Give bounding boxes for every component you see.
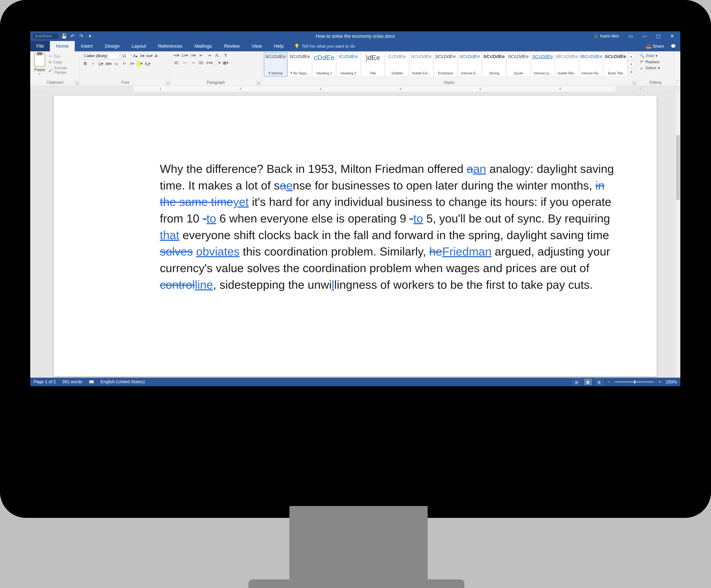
sort-button[interactable]: A↓ (214, 53, 221, 58)
copy-button[interactable]: ⧉Copy (49, 60, 77, 65)
increase-indent-button[interactable]: ⇥ (206, 53, 213, 58)
style-subtle-ref-[interactable]: iBCcDdEeSubtle Ref... (555, 53, 579, 76)
read-mode-button[interactable]: ▤ (573, 379, 580, 385)
numbering-button[interactable]: 1≡▾ (181, 53, 188, 58)
style-intense-q-[interactable]: bCcDdEeIntense Q... (531, 53, 555, 76)
vertical-scrollbar[interactable] (675, 92, 680, 378)
italic-button[interactable]: I (90, 61, 96, 66)
shading-button[interactable]: ▾ (214, 60, 221, 66)
bold-button[interactable]: B (83, 61, 88, 66)
shrink-font-button[interactable]: A▾ (139, 53, 145, 59)
strikethrough-button[interactable]: abc (106, 61, 111, 66)
select-button[interactable]: ⭹Select ▾ (640, 66, 671, 70)
cut-button[interactable]: ✂Cut (49, 54, 77, 59)
web-layout-button[interactable]: ▥ (596, 379, 603, 385)
tab-home[interactable]: Home (50, 41, 75, 51)
document-area[interactable]: Why the difference? Back in 1953, Milton… (30, 92, 680, 378)
tab-file[interactable]: File (30, 41, 50, 51)
tell-me-search[interactable]: 💡 Tell me what you want to do (294, 41, 355, 51)
style-title[interactable]: )dEeTitle (361, 53, 384, 76)
underline-button[interactable]: U▾ (98, 61, 104, 66)
qat-customize-icon[interactable]: ▾ (87, 33, 93, 39)
styles-scroll-down[interactable]: ▾ (628, 61, 634, 68)
style-subtitle[interactable]: CcDdEeSubtitle (385, 53, 409, 76)
styles-launcher[interactable]: ↘ (632, 81, 636, 85)
style--normal[interactable]: bCcDdEe¶ Normal (264, 53, 287, 76)
style-book-title[interactable]: bCcDdEeBook Title (604, 53, 627, 76)
align-left-button[interactable] (173, 60, 180, 66)
spell-check-icon[interactable]: 📖 (89, 379, 94, 385)
format-painter-button[interactable]: 🖌Format Painter (49, 66, 77, 75)
show-marks-button[interactable]: ¶ (222, 53, 229, 58)
zoom-slider-thumb[interactable] (634, 380, 635, 384)
justify-button[interactable] (198, 60, 204, 66)
horizontal-ruler[interactable]: 1234567 (30, 86, 680, 92)
grow-font-button[interactable]: A▴ (133, 53, 138, 59)
style-heading-1[interactable]: cDdEeHeading 1 (313, 53, 336, 76)
tab-insert[interactable]: Insert (75, 41, 99, 51)
user-name[interactable]: Karin Mor (600, 33, 619, 39)
clipboard-launcher[interactable]: ↘ (76, 81, 79, 85)
subscript-button[interactable]: x₂ (114, 61, 119, 66)
find-button[interactable]: 🔍Find ▾ (640, 53, 671, 58)
zoom-slider[interactable] (615, 381, 654, 383)
clear-formatting-button[interactable]: A̷ (153, 53, 159, 59)
zoom-in-button[interactable]: + (658, 380, 662, 385)
change-case-button[interactable]: Aa▾ (147, 53, 152, 59)
superscript-button[interactable]: x² (122, 61, 127, 66)
paste-button[interactable]: Paste ▾ (33, 53, 46, 80)
style--no-spac-[interactable]: bCcDdEe¶ No Spac... (288, 53, 311, 76)
style-intense-re-[interactable]: iBCcDdEeIntense Re... (580, 53, 603, 76)
tab-references[interactable]: References (152, 41, 189, 51)
style-emphasis[interactable]: bCcDdEeEmphasis (434, 53, 457, 76)
tab-layout[interactable]: Layout (126, 41, 152, 51)
collapse-ribbon-icon[interactable]: ˄ (676, 80, 678, 84)
language-status[interactable]: English (United States) (101, 379, 145, 385)
replace-button[interactable]: ᵃ⁄ᵇReplace (640, 60, 671, 64)
highlight-button[interactable]: ▾ (137, 61, 143, 66)
ribbon-display-options-icon[interactable]: ▭ (624, 31, 637, 41)
style-quote[interactable]: bCcDdEeQuote (507, 53, 530, 76)
styles-gallery[interactable]: bCcDdEe¶ NormalbCcDdEe¶ No Spac...cDdEeH… (264, 53, 627, 76)
decrease-indent-button[interactable]: ⇤ (198, 53, 204, 58)
tab-view[interactable]: View (245, 41, 268, 51)
align-right-button[interactable] (190, 60, 196, 66)
zoom-out-button[interactable]: − (607, 380, 611, 385)
tab-help[interactable]: Help (268, 41, 289, 51)
maximize-button[interactable]: ▢ (652, 31, 665, 41)
font-size-combo[interactable] (121, 53, 131, 59)
font-name-combo[interactable] (83, 53, 119, 59)
multilevel-list-button[interactable]: ⁝≡▾ (190, 53, 196, 58)
tab-design[interactable]: Design (99, 41, 126, 51)
align-center-button[interactable] (181, 60, 188, 66)
style-strong[interactable]: bCcDdEeStrong (482, 53, 506, 76)
scrollbar-thumb[interactable] (676, 135, 680, 200)
line-spacing-button[interactable]: ‡≡▾ (206, 60, 213, 66)
tab-mailings[interactable]: Mailings (188, 41, 218, 51)
style-intense-e-[interactable]: bCcDdEeIntense E... (458, 53, 481, 76)
borders-button[interactable]: ▦▾ (222, 60, 229, 66)
save-icon[interactable]: 💾 (61, 33, 67, 39)
page-number-status[interactable]: Page 1 of 2 (34, 379, 56, 385)
redo-icon[interactable]: ↷ (78, 33, 84, 39)
style-heading-2[interactable]: iCcDdEeHeading 2 (337, 53, 360, 76)
font-color-button[interactable]: A▾ (145, 61, 150, 66)
undo-icon[interactable]: ↶ (69, 33, 76, 39)
print-layout-button[interactable]: ▦ (584, 379, 591, 385)
zoom-level[interactable]: 250% (666, 380, 677, 385)
styles-expand[interactable]: ⊟ (628, 68, 634, 75)
minimize-button[interactable]: — (638, 31, 651, 41)
comments-icon[interactable]: 💬 (671, 44, 676, 49)
autosave-toggle[interactable]: AutoSave (33, 33, 58, 39)
style-subtle-em-[interactable]: bCcDdEeSubtle Em... (410, 53, 433, 76)
bullets-button[interactable]: •≡▾ (173, 53, 180, 58)
close-button[interactable]: ✕ (666, 31, 678, 41)
share-button[interactable]: 📤 Share (646, 44, 664, 49)
tab-review[interactable]: Review (218, 41, 245, 51)
font-launcher[interactable]: ↘ (166, 81, 170, 85)
document-body-text[interactable]: Why the difference? Back in 1953, Milton… (160, 161, 622, 293)
styles-scroll-up[interactable]: ▴ (628, 53, 634, 60)
word-count-status[interactable]: 391 words (62, 379, 82, 385)
text-effects-button[interactable]: A▾ (129, 61, 135, 66)
paragraph-launcher[interactable]: ↘ (257, 81, 260, 85)
